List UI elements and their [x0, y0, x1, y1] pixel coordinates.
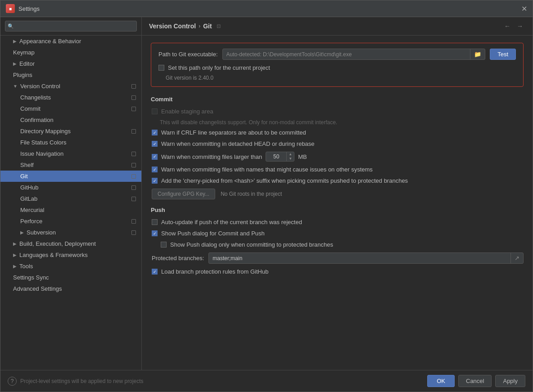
sidebar-item-issue-navigation[interactable]: Issue Navigation: [0, 148, 141, 159]
sidebar-item-version-control[interactable]: ▼ Version Control: [0, 81, 141, 92]
spinbox-arrows: ▲ ▼: [286, 152, 294, 161]
git-badge: [131, 174, 136, 179]
sidebar-item-label: Confirmation: [20, 117, 54, 123]
main-content: Version Control › Git ⊡ ← → Path to Git …: [142, 17, 533, 370]
sidebar-item-editor[interactable]: ▶ Editor: [0, 58, 141, 69]
sidebar-item-commit[interactable]: Commit: [0, 103, 141, 114]
sidebar-item-label: Git: [20, 173, 28, 180]
sidebar-item-label: GitLab: [20, 195, 37, 202]
expand-arrow-languages: ▶: [13, 252, 17, 257]
search-input[interactable]: [5, 21, 137, 32]
path-input[interactable]: [223, 50, 470, 59]
content-header: Version Control › Git ⊡ ← →: [142, 17, 533, 36]
sidebar-item-advanced-settings[interactable]: Advanced Settings: [0, 283, 141, 294]
sidebar-item-subversion[interactable]: ▶ Subversion: [0, 227, 141, 238]
cherry-pick-checkbox[interactable]: [152, 178, 158, 184]
spinbox-input[interactable]: [266, 152, 286, 161]
expand-arrow-editor: ▶: [13, 61, 17, 66]
names-issues-checkbox[interactable]: [152, 167, 158, 172]
load-protection-row: Load branch protection rules from GitHub: [151, 268, 524, 275]
push-section-title: Push: [151, 207, 524, 213]
close-button[interactable]: ✕: [521, 5, 527, 13]
forward-button[interactable]: →: [515, 22, 525, 31]
cancel-button[interactable]: Cancel: [458, 375, 492, 387]
sidebar-item-settings-sync[interactable]: Settings Sync: [0, 272, 141, 283]
sidebar-item-confirmation[interactable]: Confirmation: [0, 114, 141, 126]
auto-update-row: Auto-update if push of the current branc…: [151, 219, 524, 225]
expand-protected-button[interactable]: ↗: [510, 253, 523, 263]
sidebar-item-tools[interactable]: ▶ Tools: [0, 261, 141, 272]
breadcrumb: Version Control › Git ⊡: [149, 23, 221, 30]
detached-checkbox[interactable]: [152, 141, 158, 147]
sidebar-item-file-status-colors[interactable]: File Status Colors: [0, 137, 141, 148]
sidebar-item-languages[interactable]: ▶ Languages & Frameworks: [0, 249, 141, 261]
issue-nav-badge: [131, 152, 136, 156]
sidebar-item-gitlab[interactable]: GitLab: [0, 193, 141, 204]
breadcrumb-icon: ⊡: [217, 23, 221, 29]
gpg-row: Configure GPG Key... No Git roots in the…: [151, 189, 524, 199]
gpg-key-button[interactable]: Configure GPG Key...: [152, 189, 215, 199]
sidebar-item-mercurial[interactable]: Mercurial: [0, 204, 141, 216]
test-button[interactable]: Test: [490, 49, 516, 60]
spin-up-button[interactable]: ▲: [287, 152, 294, 157]
sidebar-item-git[interactable]: Git: [0, 171, 141, 182]
folder-browse-button[interactable]: 📁: [470, 49, 485, 59]
sidebar-item-label: Version Control: [20, 83, 60, 90]
load-protection-checkbox[interactable]: [152, 269, 158, 275]
sidebar-item-build[interactable]: ▶ Build, Execution, Deployment: [0, 238, 141, 249]
sidebar-item-label: File Status Colors: [20, 139, 67, 146]
detached-label: Warn when committing in detached HEAD or…: [161, 140, 315, 147]
cherry-pick-row: Add the 'cherry-picked from <hash>' suff…: [151, 177, 524, 184]
staging-area-checkbox[interactable]: [152, 108, 158, 114]
sidebar-item-label: Directory Mappings: [20, 128, 71, 135]
names-issues-label: Warn when committing files with names th…: [161, 166, 373, 173]
sidebar-item-label: Subversion: [27, 229, 56, 236]
names-issues-row: Warn when committing files with names th…: [151, 166, 524, 173]
nav-items: ▶ Appearance & Behavior Keymap ▶ Editor: [0, 36, 141, 370]
commit-section: Commit Enable staging area This will dis…: [151, 96, 524, 199]
show-push-dialog-row: Show Push dialog for Commit and Push: [151, 230, 524, 237]
spin-down-button[interactable]: ▼: [287, 157, 294, 161]
back-button[interactable]: ←: [502, 22, 513, 31]
sidebar-item-github[interactable]: GitHub: [0, 182, 141, 193]
sidebar-item-plugins[interactable]: Plugins: [0, 69, 141, 81]
crlf-checkbox[interactable]: [152, 130, 158, 135]
path-row: Path to Git executable: 📁 Test: [158, 49, 516, 60]
footer-status: Project-level settings will be applied t…: [20, 378, 143, 384]
sidebar-item-directory-mappings[interactable]: Directory Mappings: [0, 126, 141, 137]
show-push-protected-row: Show Push dialog only when committing to…: [151, 241, 524, 248]
svn-badge: [131, 230, 136, 235]
expand-arrow-appearance: ▶: [13, 39, 17, 44]
path-input-wrap: 📁: [222, 49, 486, 60]
sidebar-item-perforce[interactable]: Perforce: [0, 216, 141, 227]
ok-button[interactable]: OK: [427, 375, 455, 387]
dialog-title: Settings: [18, 5, 40, 12]
protected-input[interactable]: [209, 253, 510, 263]
protected-branches-row: Protected branches: ↗: [151, 252, 524, 264]
sidebar-item-appearance[interactable]: ▶ Appearance & Behavior: [0, 36, 141, 47]
gitlab-badge: [131, 197, 136, 201]
show-push-protected-checkbox[interactable]: [161, 242, 167, 248]
sidebar-item-keymap[interactable]: Keymap: [0, 47, 141, 58]
path-checkbox-label: Set this path only for the current proje…: [168, 64, 270, 71]
dialog-body: 🔍 ▶ Appearance & Behavior Keymap: [0, 17, 533, 370]
large-files-checkbox[interactable]: [152, 154, 158, 160]
show-push-dialog-checkbox[interactable]: [152, 230, 158, 236]
breadcrumb-separator: ›: [199, 23, 200, 29]
shelf-badge: [131, 163, 136, 167]
staging-area-row: Enable staging area: [151, 108, 524, 115]
detached-row: Warn when committing in detached HEAD or…: [151, 140, 524, 147]
sidebar-item-shelf[interactable]: Shelf: [0, 159, 141, 171]
help-button[interactable]: ?: [8, 377, 17, 386]
load-protection-label: Load branch protection rules from GitHub: [161, 268, 268, 275]
expand-arrow-tools: ▶: [13, 264, 17, 269]
sidebar-item-label: Appearance & Behavior: [19, 38, 81, 45]
expand-arrow-build: ▶: [13, 241, 17, 246]
apply-button[interactable]: Apply: [495, 375, 525, 387]
spinbox: ▲ ▼: [266, 152, 294, 162]
auto-update-checkbox[interactable]: [152, 219, 158, 225]
sidebar-item-changelists[interactable]: Changelists: [0, 92, 141, 103]
git-version-text: Git version is 2.40.0: [166, 75, 516, 81]
protected-label: Protected branches:: [152, 255, 204, 261]
path-checkbox[interactable]: [158, 65, 164, 71]
